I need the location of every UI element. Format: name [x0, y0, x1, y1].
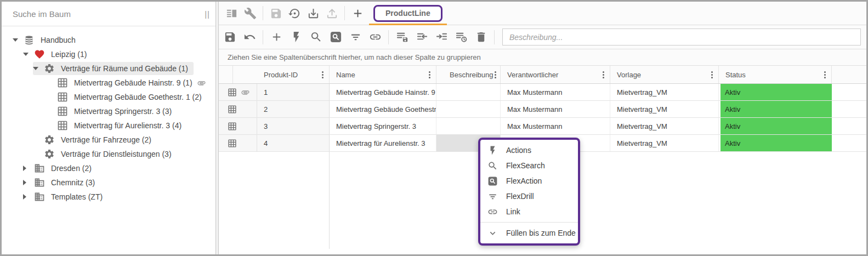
header-status[interactable]: Status [719, 66, 832, 83]
row-history-button[interactable] [451, 27, 471, 47]
expander-right-icon[interactable] [23, 180, 34, 185]
tree-item-label: Verträge für Fahrzeuge (2) [61, 135, 151, 144]
add-tab-button[interactable] [348, 3, 367, 23]
beschreibung-cell[interactable] [436, 84, 501, 100]
group-by-bar[interactable]: Ziehen Sie eine Spaltenüberschrift hierh… [219, 49, 866, 66]
column-menu-icon[interactable] [493, 70, 497, 79]
tree-item-label: Leipzig (1) [51, 50, 87, 59]
upload-button[interactable] [322, 3, 341, 23]
save-grid-button[interactable] [220, 27, 240, 47]
tree-item-mietvertrag-hainstr[interactable]: Mietvertrag Gebäude Hainstr. 9 (1) [2, 76, 215, 90]
column-menu-icon[interactable] [823, 70, 827, 79]
header-vorlage[interactable]: Vorlage [610, 66, 719, 83]
status-badge: Aktiv [721, 101, 832, 117]
paperclip-icon [241, 88, 250, 97]
status-cell[interactable]: Aktiv [719, 135, 832, 151]
verantwortlicher-cell[interactable]: Max Mustermann [501, 118, 610, 134]
produkt-id-cell[interactable]: 3 [257, 118, 330, 134]
tree-item-leipzig[interactable]: Leipzig (1) [2, 47, 215, 61]
row-type-cell[interactable] [219, 135, 257, 151]
column-label: Vorlage [617, 71, 710, 79]
produkt-id-cell[interactable]: 1 [257, 84, 330, 100]
column-menu-icon[interactable] [710, 70, 714, 79]
row-type-cell[interactable] [219, 84, 257, 100]
description-input[interactable] [502, 29, 861, 45]
toolbar-divider [344, 6, 345, 20]
pane-splitter-handle[interactable]: || [202, 9, 212, 19]
column-label: Verantwortlicher [507, 71, 602, 79]
indent-rows-button[interactable] [432, 27, 451, 47]
database-icon [24, 35, 35, 45]
tree-search-input[interactable] [13, 9, 202, 19]
undo-button[interactable] [240, 27, 259, 47]
header-verantwortlicher[interactable]: Verantwortlicher [501, 66, 610, 83]
vorlage-cell[interactable]: Mietvertrag_VM [610, 135, 719, 151]
verantwortlicher-cell[interactable]: Max Mustermann [501, 101, 610, 117]
name-cell[interactable]: Mietvertrag Gebäude Goethestr. 1 [330, 101, 436, 117]
tree-item-mietvertrag-springerstr[interactable]: Mietvertrag Springerstr. 3 (3) [2, 104, 215, 118]
grid-icon [228, 139, 237, 148]
name-cell[interactable]: Mietvertrag für Aurelienstr. 3 [330, 135, 436, 151]
menu-item-flexsearch[interactable]: FlexSearch [480, 158, 578, 173]
column-menu-icon[interactable] [428, 70, 432, 79]
header-beschreibung[interactable]: Beschreibung [436, 66, 501, 83]
table-row[interactable]: 1 Mietvertrag Gebäude Hainstr. 9 Max Mus… [219, 84, 866, 101]
download-button[interactable] [304, 3, 322, 23]
frozen-column-separator [329, 152, 330, 249]
menu-item-flexaction[interactable]: FlexAction [480, 173, 578, 189]
table-row[interactable]: 2 Mietvertrag Gebäude Goethestr. 1 Max M… [219, 101, 866, 118]
name-cell[interactable]: Mietvertrag Springerstr. 3 [330, 118, 436, 134]
beschreibung-cell[interactable] [436, 118, 501, 134]
table-row[interactable]: 3 Mietvertrag Springerstr. 3 Max Musterm… [219, 118, 866, 135]
flexdrill-button[interactable] [345, 27, 365, 47]
vorlage-cell[interactable]: Mietvertrag_VM [610, 84, 719, 100]
tree-item-dresden[interactable]: Dresden (2) [2, 161, 215, 175]
vorlage-cell[interactable]: Mietvertrag_VM [610, 101, 719, 117]
tree-item-handbuch[interactable]: Handbuch [2, 33, 215, 47]
expander-down-icon[interactable] [13, 38, 24, 42]
expander-right-icon[interactable] [23, 166, 34, 171]
menu-item-actions[interactable]: Actions [480, 143, 578, 158]
status-cell[interactable]: Aktiv [719, 84, 832, 100]
beschreibung-cell[interactable] [436, 101, 501, 117]
tree-item-mietvertrag-aurelienstr[interactable]: Mietvertrag für Aurelienstr. 3 (4) [2, 118, 215, 133]
expander-right-icon[interactable] [23, 194, 34, 200]
menu-item-fuellen-bis-zum-ende[interactable]: Füllen bis zum Ende [480, 225, 578, 241]
header-produkt-id[interactable]: Produkt-ID [233, 66, 330, 83]
tree-item-vertraege-raeume[interactable]: Verträge für Räume und Gebäude (1) [2, 61, 215, 76]
tree-item-vertraege-dienstleistungen[interactable]: Verträge für Dienstleistungen (3) [2, 147, 215, 161]
wrench-button[interactable] [241, 3, 259, 23]
add-row-button[interactable] [266, 27, 286, 47]
column-menu-icon[interactable] [321, 70, 325, 79]
expander-down-icon[interactable] [33, 67, 44, 70]
status-cell[interactable]: Aktiv [719, 101, 832, 117]
toggle-panel-button[interactable] [222, 3, 241, 23]
tab-productline[interactable]: ProductLine [373, 5, 442, 22]
menu-item-flexdrill[interactable]: FlexDrill [480, 189, 578, 204]
collapse-rows-button[interactable] [412, 27, 432, 47]
tree-item-vertraege-fahrzeuge[interactable]: Verträge für Fahrzeuge (2) [2, 133, 215, 147]
vorlage-cell[interactable]: Mietvertrag_VM [610, 118, 719, 134]
actions-button[interactable] [286, 27, 306, 47]
row-type-cell[interactable] [219, 118, 257, 134]
tree-item-chemnitz[interactable]: Chemnitz (3) [2, 175, 215, 190]
produkt-id-cell[interactable]: 4 [257, 135, 330, 151]
restore-button[interactable] [285, 3, 304, 23]
save-rows-button[interactable] [392, 27, 412, 47]
tree-item-templates[interactable]: Templates (ZT) [2, 190, 215, 204]
expander-down-icon[interactable] [23, 53, 34, 56]
tree-item-mietvertrag-goethestr[interactable]: Mietvertrag Gebäude Goethestr. 1 (2) [2, 90, 215, 104]
delete-button[interactable] [471, 27, 491, 47]
menu-item-link[interactable]: Link [480, 204, 578, 219]
flexsearch-button[interactable] [306, 27, 326, 47]
status-cell[interactable]: Aktiv [719, 118, 832, 134]
flexaction-button[interactable] [326, 27, 345, 47]
column-menu-icon[interactable] [602, 70, 605, 79]
row-type-cell[interactable] [219, 101, 257, 117]
header-name[interactable]: Name [330, 66, 436, 83]
link-button[interactable] [365, 27, 385, 47]
verantwortlicher-cell[interactable]: Max Mustermann [501, 84, 610, 100]
produkt-id-cell[interactable]: 2 [257, 101, 330, 117]
name-cell[interactable]: Mietvertrag Gebäude Hainstr. 9 [330, 84, 436, 100]
save-button[interactable] [266, 3, 285, 23]
